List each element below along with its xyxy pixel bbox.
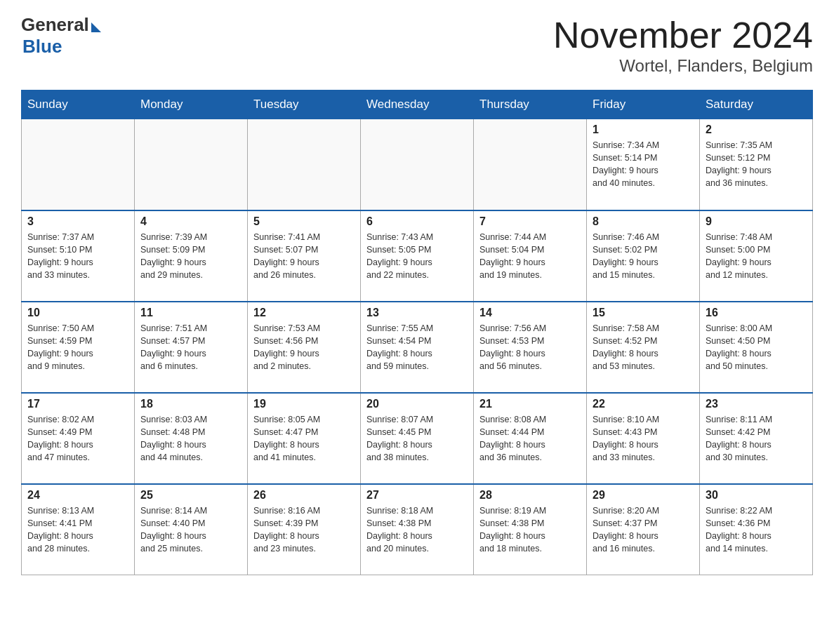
day-number: 10 — [27, 307, 128, 319]
calendar-cell: 3Sunrise: 7:37 AMSunset: 5:10 PMDaylight… — [22, 210, 135, 302]
day-number: 15 — [593, 307, 694, 319]
day-sun-info: Sunrise: 8:10 AMSunset: 4:43 PMDaylight:… — [593, 413, 694, 464]
calendar-cell: 24Sunrise: 8:13 AMSunset: 4:41 PMDayligh… — [22, 484, 135, 575]
calendar-cell: 9Sunrise: 7:48 AMSunset: 5:00 PMDaylight… — [700, 210, 813, 302]
calendar-cell: 11Sunrise: 7:51 AMSunset: 4:57 PMDayligh… — [135, 302, 248, 393]
day-sun-info: Sunrise: 7:48 AMSunset: 5:00 PMDaylight:… — [706, 231, 807, 282]
calendar-cell: 27Sunrise: 8:18 AMSunset: 4:38 PMDayligh… — [361, 484, 474, 575]
calendar-cell — [135, 119, 248, 210]
day-sun-info: Sunrise: 7:58 AMSunset: 4:52 PMDaylight:… — [593, 322, 694, 373]
day-number: 8 — [593, 215, 694, 228]
calendar-cell: 13Sunrise: 7:55 AMSunset: 4:54 PMDayligh… — [361, 302, 474, 393]
day-sun-info: Sunrise: 7:41 AMSunset: 5:07 PMDaylight:… — [253, 231, 355, 282]
day-number: 5 — [253, 215, 355, 228]
calendar-subtitle: Wortel, Flanders, Belgium — [553, 56, 813, 76]
calendar-header-row: SundayMondayTuesdayWednesdayThursdayFrid… — [22, 90, 813, 119]
calendar-cell — [248, 119, 361, 210]
calendar-cell: 21Sunrise: 8:08 AMSunset: 4:44 PMDayligh… — [474, 393, 587, 484]
day-number: 1 — [593, 123, 694, 136]
calendar-cell: 29Sunrise: 8:20 AMSunset: 4:37 PMDayligh… — [587, 484, 700, 575]
day-sun-info: Sunrise: 7:39 AMSunset: 5:09 PMDaylight:… — [140, 231, 241, 282]
day-sun-info: Sunrise: 8:11 AMSunset: 4:42 PMDaylight:… — [706, 413, 807, 464]
calendar-cell: 2Sunrise: 7:35 AMSunset: 5:12 PMDaylight… — [700, 119, 813, 210]
day-sun-info: Sunrise: 8:07 AMSunset: 4:45 PMDaylight:… — [366, 413, 468, 464]
calendar-cell — [474, 119, 587, 210]
calendar-week-row: 24Sunrise: 8:13 AMSunset: 4:41 PMDayligh… — [22, 484, 813, 575]
calendar-cell: 16Sunrise: 8:00 AMSunset: 4:50 PMDayligh… — [700, 302, 813, 393]
day-number: 21 — [479, 398, 581, 410]
calendar-week-row: 1Sunrise: 7:34 AMSunset: 5:14 PMDaylight… — [22, 119, 813, 210]
day-sun-info: Sunrise: 8:00 AMSunset: 4:50 PMDaylight:… — [706, 322, 807, 373]
calendar-cell: 19Sunrise: 8:05 AMSunset: 4:47 PMDayligh… — [248, 393, 361, 484]
calendar-cell: 10Sunrise: 7:50 AMSunset: 4:59 PMDayligh… — [22, 302, 135, 393]
day-sun-info: Sunrise: 8:03 AMSunset: 4:48 PMDaylight:… — [140, 413, 241, 464]
day-header-friday: Friday — [587, 90, 700, 119]
day-sun-info: Sunrise: 7:56 AMSunset: 4:53 PMDaylight:… — [479, 322, 581, 373]
calendar-week-row: 3Sunrise: 7:37 AMSunset: 5:10 PMDaylight… — [22, 210, 813, 302]
title-area: November 2024 Wortel, Flanders, Belgium — [553, 14, 813, 76]
day-number: 18 — [140, 398, 241, 410]
page-header: General Blue November 2024 Wortel, Fland… — [21, 14, 813, 76]
calendar-cell: 22Sunrise: 8:10 AMSunset: 4:43 PMDayligh… — [587, 393, 700, 484]
day-sun-info: Sunrise: 8:02 AMSunset: 4:49 PMDaylight:… — [27, 413, 128, 464]
day-sun-info: Sunrise: 7:37 AMSunset: 5:10 PMDaylight:… — [27, 231, 128, 282]
day-number: 17 — [27, 398, 128, 410]
logo-arrow-icon — [91, 22, 101, 32]
calendar-cell: 6Sunrise: 7:43 AMSunset: 5:05 PMDaylight… — [361, 210, 474, 302]
day-number: 7 — [479, 215, 581, 228]
day-sun-info: Sunrise: 8:20 AMSunset: 4:37 PMDaylight:… — [593, 504, 694, 556]
calendar-week-row: 10Sunrise: 7:50 AMSunset: 4:59 PMDayligh… — [22, 302, 813, 393]
logo-blue-text: Blue — [22, 36, 62, 58]
day-number: 26 — [253, 489, 355, 502]
day-sun-info: Sunrise: 8:19 AMSunset: 4:38 PMDaylight:… — [479, 504, 581, 556]
logo-general-text: General — [21, 14, 89, 36]
day-sun-info: Sunrise: 7:46 AMSunset: 5:02 PMDaylight:… — [593, 231, 694, 282]
day-sun-info: Sunrise: 8:08 AMSunset: 4:44 PMDaylight:… — [479, 413, 581, 464]
day-number: 20 — [366, 398, 468, 410]
day-number: 3 — [27, 215, 128, 228]
day-number: 25 — [140, 489, 241, 502]
day-number: 24 — [27, 489, 128, 502]
calendar-cell: 8Sunrise: 7:46 AMSunset: 5:02 PMDaylight… — [587, 210, 700, 302]
day-number: 6 — [366, 215, 468, 228]
day-number: 27 — [366, 489, 468, 502]
day-header-tuesday: Tuesday — [248, 90, 361, 119]
day-sun-info: Sunrise: 8:18 AMSunset: 4:38 PMDaylight:… — [366, 504, 468, 556]
calendar-cell: 4Sunrise: 7:39 AMSunset: 5:09 PMDaylight… — [135, 210, 248, 302]
day-sun-info: Sunrise: 7:50 AMSunset: 4:59 PMDaylight:… — [27, 322, 128, 373]
day-number: 4 — [140, 215, 241, 228]
calendar-cell: 5Sunrise: 7:41 AMSunset: 5:07 PMDaylight… — [248, 210, 361, 302]
calendar-cell: 28Sunrise: 8:19 AMSunset: 4:38 PMDayligh… — [474, 484, 587, 575]
calendar-cell: 26Sunrise: 8:16 AMSunset: 4:39 PMDayligh… — [248, 484, 361, 575]
calendar-cell: 12Sunrise: 7:53 AMSunset: 4:56 PMDayligh… — [248, 302, 361, 393]
day-sun-info: Sunrise: 7:53 AMSunset: 4:56 PMDaylight:… — [253, 322, 355, 373]
day-number: 14 — [479, 307, 581, 319]
day-header-saturday: Saturday — [700, 90, 813, 119]
day-sun-info: Sunrise: 8:13 AMSunset: 4:41 PMDaylight:… — [27, 504, 128, 556]
calendar-cell — [22, 119, 135, 210]
calendar-table: SundayMondayTuesdayWednesdayThursdayFrid… — [21, 90, 813, 575]
day-header-wednesday: Wednesday — [361, 90, 474, 119]
day-number: 19 — [253, 398, 355, 410]
day-sun-info: Sunrise: 8:22 AMSunset: 4:36 PMDaylight:… — [706, 504, 807, 556]
day-sun-info: Sunrise: 8:05 AMSunset: 4:47 PMDaylight:… — [253, 413, 355, 464]
day-number: 30 — [706, 489, 807, 502]
day-header-sunday: Sunday — [22, 90, 135, 119]
day-header-thursday: Thursday — [474, 90, 587, 119]
day-number: 16 — [706, 307, 807, 319]
calendar-week-row: 17Sunrise: 8:02 AMSunset: 4:49 PMDayligh… — [22, 393, 813, 484]
day-number: 13 — [366, 307, 468, 319]
logo: General Blue — [21, 14, 101, 58]
day-header-monday: Monday — [135, 90, 248, 119]
day-sun-info: Sunrise: 7:55 AMSunset: 4:54 PMDaylight:… — [366, 322, 468, 373]
day-sun-info: Sunrise: 8:16 AMSunset: 4:39 PMDaylight:… — [253, 504, 355, 556]
day-sun-info: Sunrise: 7:35 AMSunset: 5:12 PMDaylight:… — [706, 139, 807, 190]
day-number: 29 — [593, 489, 694, 502]
day-sun-info: Sunrise: 7:43 AMSunset: 5:05 PMDaylight:… — [366, 231, 468, 282]
calendar-cell: 25Sunrise: 8:14 AMSunset: 4:40 PMDayligh… — [135, 484, 248, 575]
day-sun-info: Sunrise: 7:34 AMSunset: 5:14 PMDaylight:… — [593, 139, 694, 190]
calendar-cell: 30Sunrise: 8:22 AMSunset: 4:36 PMDayligh… — [700, 484, 813, 575]
calendar-cell: 18Sunrise: 8:03 AMSunset: 4:48 PMDayligh… — [135, 393, 248, 484]
day-number: 12 — [253, 307, 355, 319]
calendar-title: November 2024 — [553, 14, 813, 56]
